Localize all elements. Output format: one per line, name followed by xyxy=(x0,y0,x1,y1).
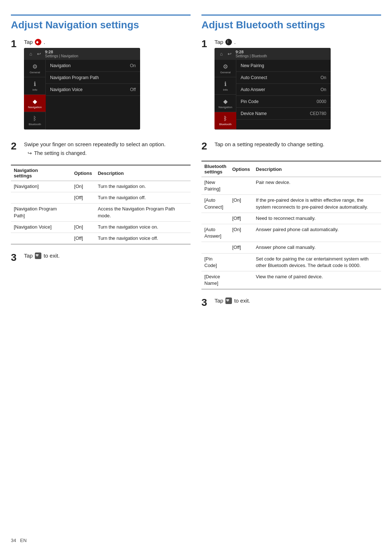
left-step2-bullet-text: The setting is changed. xyxy=(34,150,87,156)
left-section-title: Adjust Navigation settings xyxy=(11,15,191,31)
nav-sidebar-general[interactable]: ⚙ General xyxy=(24,60,46,77)
nav-menu-navigation[interactable]: Navigation On xyxy=(46,60,140,72)
bt-table-header-options: Options xyxy=(229,161,253,177)
bt-row7-desc: View the name of paired device. xyxy=(253,271,381,289)
bt-bt-icon: ᛒ xyxy=(224,115,227,122)
nav-device-main: Navigation On Navigation Program Path Na… xyxy=(46,60,140,130)
left-column: Adjust Navigation settings 1 Tap . ⌂ ↩ xyxy=(11,15,191,313)
nav-settings-table: Navigationsettings Options Description [… xyxy=(11,165,191,245)
bt-menu-auto-connect[interactable]: Auto Connect On xyxy=(236,72,331,84)
bt-sidebar-general[interactable]: ⚙ General xyxy=(215,60,236,77)
bt-menu-auto-answer[interactable]: Auto Answer On xyxy=(236,84,331,96)
nav-menu-program-path[interactable]: Navigation Program Path xyxy=(46,72,140,84)
nav-row2-desc: Turn the navigation off. xyxy=(95,192,191,204)
nav-device-subtitle: Settings | Navigation xyxy=(45,54,136,58)
nav-sidebar-navigation[interactable]: ◆ Navigation xyxy=(24,95,46,112)
table-row: [AutoConnect] [On] If the pre-paired dev… xyxy=(201,195,381,213)
nav-menu-navigation-value: On xyxy=(130,63,136,68)
nav-home-icon: ⌂ xyxy=(28,51,34,57)
left-step3-content: Tap to exit. xyxy=(24,252,191,262)
right-step3: 3 Tap to exit. xyxy=(201,297,381,308)
bt-row5-options: [Off] xyxy=(229,242,253,253)
navigation-label: Navigation xyxy=(28,106,42,109)
right-step3-text: Tap to exit. xyxy=(215,297,381,304)
table-row: [Navigation] [On] Turn the navigation on… xyxy=(11,181,191,192)
nav-row1-desc: Turn the navigation on. xyxy=(95,181,191,192)
left-step3-pre: Tap xyxy=(24,252,33,259)
nav-row4-desc: Turn the navigation voice on. xyxy=(95,221,191,233)
right-step3-pre: Tap xyxy=(215,297,223,304)
right-column: Adjust Bluetooth settings 1 Tap . ⌂ ↩ xyxy=(201,15,381,313)
nav-menu-voice[interactable]: Navigation Voice Off xyxy=(46,84,140,96)
bt-row4-setting: [AutoAnswer] xyxy=(201,224,229,242)
bt-home-icon: ⌂ xyxy=(218,51,225,57)
nav-menu-voice-label: Navigation Voice xyxy=(50,87,82,92)
table-row: [Off] Answer phone call manually. xyxy=(201,242,381,253)
nav-row3-setting: [Navigation Program Path] xyxy=(11,204,71,221)
left-step3: 3 Tap to exit. xyxy=(11,252,191,263)
page-footer: 34 EN xyxy=(11,538,26,543)
bt-row7-setting: [DeviceName] xyxy=(201,271,229,289)
bt-pin-code-label: Pin Code xyxy=(241,99,258,104)
bt-sidebar-info[interactable]: ℹ Info xyxy=(215,77,236,95)
bt-device-screen: ⌂ ↩ 9:28 Settings | Bluetooth ⚙ Gener xyxy=(215,48,331,130)
bt-device-subtitle: Settings | Bluetooth xyxy=(236,54,327,58)
info-icon: ℹ xyxy=(34,81,36,87)
nav-row2-setting xyxy=(11,192,71,204)
navigation-icon: ◆ xyxy=(33,98,37,105)
bt-row3-desc: Need to reconnect manually. xyxy=(253,213,381,224)
left-step3-number: 3 xyxy=(11,252,24,263)
bt-info-label: Info xyxy=(223,88,228,91)
right-step3-number: 3 xyxy=(201,297,215,308)
left-step1-number: 1 xyxy=(11,38,24,50)
general-label: General xyxy=(30,71,40,74)
right-step1: 1 Tap . ⌂ ↩ 9:28 S xyxy=(201,38,381,135)
bt-back-icon: ↩ xyxy=(226,51,233,57)
bt-row6-setting: [PinCode] xyxy=(201,253,229,271)
bt-icon xyxy=(225,39,232,45)
nav-row3-desc: Access the Navigation Program Path mode. xyxy=(95,204,191,221)
bt-menu-device-name[interactable]: Device Name CED780 xyxy=(236,108,331,120)
nav-row5-setting xyxy=(11,233,71,244)
nav-row2-options: [Off] xyxy=(71,192,95,204)
bt-table-header-settings: Bluetoothsettings xyxy=(201,161,229,177)
nav-sidebar-bluetooth[interactable]: ᛒ Bluetooth xyxy=(24,112,46,130)
nav-sidebar-info[interactable]: ℹ Info xyxy=(24,77,46,95)
gear-icon: ⚙ xyxy=(32,63,37,70)
nav-row1-options: [On] xyxy=(71,181,95,192)
left-step1-dot: . xyxy=(44,38,45,46)
right-step1-content: Tap . ⌂ ↩ 9:28 Settings | Bluetooth xyxy=(215,38,381,135)
bt-menu-new-pairing[interactable]: New Pairing xyxy=(236,60,331,72)
nav-device-header: ⌂ ↩ 9:28 Settings | Navigation xyxy=(24,48,140,60)
bt-bluetooth-label: Bluetooth xyxy=(219,123,232,126)
left-step2: 2 Swipe your finger on screen repeatedly… xyxy=(11,140,191,156)
nav-sidebar: ⚙ General ℹ Info ◆ Navigation xyxy=(24,60,46,130)
bt-device-name-value: CED780 xyxy=(310,111,326,116)
right-step2: 2 Tap on a setting repeatedly to change … xyxy=(201,140,381,152)
bt-row5-setting xyxy=(201,242,229,253)
bt-device-body: ⚙ General ℹ Info ◆ Navigation xyxy=(215,60,331,130)
bt-pin-code-value: 0000 xyxy=(317,99,326,104)
bt-nav-icon: ◆ xyxy=(223,98,228,105)
bt-menu-pin-code[interactable]: Pin Code 0000 xyxy=(236,96,331,108)
nav-table-header-settings: Navigationsettings xyxy=(11,165,71,181)
right-step2-text: Tap on a setting repeatedly to change se… xyxy=(215,140,381,148)
table-row: [AutoAnswer] [On] Answer paired phone ca… xyxy=(201,224,381,242)
bt-sidebar: ⚙ General ℹ Info ◆ Navigation xyxy=(215,60,236,130)
bluetooth-icon: ᛒ xyxy=(33,115,37,122)
bt-new-pairing-label: New Pairing xyxy=(241,63,264,68)
nav-device-time: 9:28 xyxy=(45,50,136,54)
bt-sidebar-navigation[interactable]: ◆ Navigation xyxy=(215,95,236,112)
bt-row1-desc: Pair new device. xyxy=(253,177,381,195)
bt-header-icons: ⌂ ↩ xyxy=(218,51,233,57)
bt-gear-icon: ⚙ xyxy=(223,63,228,70)
bt-sidebar-bluetooth[interactable]: ᛒ Bluetooth xyxy=(215,112,236,130)
bt-nav-label: Navigation xyxy=(219,106,232,109)
nav-menu-voice-value: Off xyxy=(130,87,136,92)
bt-row1-setting: [NewPairing] xyxy=(201,177,229,195)
nav-menu-program-path-label: Navigation Program Path xyxy=(50,75,99,80)
back-icon-left xyxy=(35,253,41,259)
bt-row2-options: [On] xyxy=(229,195,253,213)
nav-row5-options: [Off] xyxy=(71,233,95,244)
left-step2-content: Swipe your finger on screen repeatedly t… xyxy=(24,140,191,156)
